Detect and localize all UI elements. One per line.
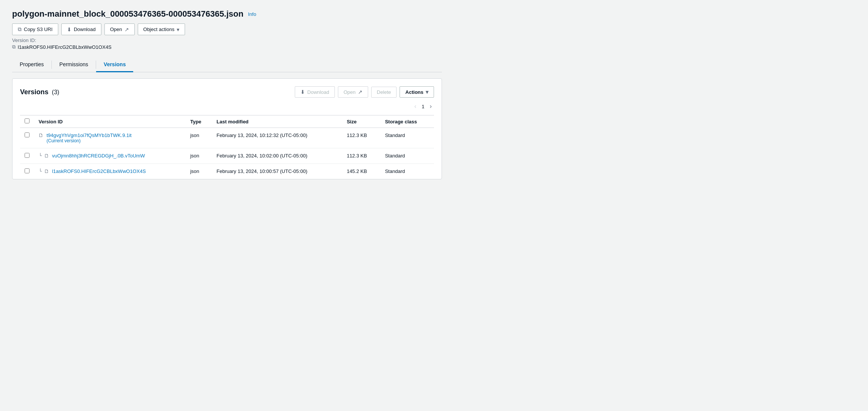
versions-panel: Versions (3) ⬇ Download Open ↗ Delete Ac… (12, 78, 442, 179)
row-3-checkbox[interactable] (25, 168, 30, 173)
row-last-modified-cell: February 13, 2024, 10:00:57 (UTC-05:00) (212, 164, 342, 179)
version-id-label: Version ID: (12, 37, 36, 43)
row-version-id-cell: 🗋t94gvgYhVgm1oi7fQsMYb1bTWK.9.1it(Curren… (34, 128, 186, 148)
versions-table: Version ID Type Last modified Size Stora… (20, 115, 434, 179)
row-type-cell: json (186, 148, 212, 164)
table-row: └🗋vuOjmn8hhj3hRCREGDGjH_.0B.vToUmWjsonFe… (20, 148, 434, 164)
page-title: polygon-mainnet_block_000053476365-00005… (12, 9, 243, 19)
chevron-left-icon: ‹ (414, 103, 416, 109)
panel-open-label: Open (344, 89, 356, 95)
indent-marker-icon: └ (39, 168, 42, 174)
panel-title-group: Versions (3) (20, 88, 59, 96)
pagination-current-page: 1 (422, 104, 424, 109)
row-last-modified-cell: February 13, 2024, 10:02:00 (UTC-05:00) (212, 148, 342, 164)
versions-title: Versions (20, 88, 48, 96)
panel-toolbar: ⬇ Download Open ↗ Delete Actions ▾ (295, 86, 434, 98)
version-id-section: Version ID: ⧉ l1askROFS0.HIFErcG2CBLbxWw… (12, 37, 442, 50)
page-title-row: polygon-mainnet_block_000053476365-00005… (12, 9, 442, 19)
indent-marker-icon: └ (39, 153, 42, 158)
copy-s3-uri-button[interactable]: ⧉ Copy S3 URI (12, 23, 58, 35)
chevron-right-icon: › (430, 103, 432, 109)
file-icon: 🗋 (44, 168, 49, 174)
download-icon: ⬇ (67, 26, 72, 33)
row-checkbox-cell (20, 164, 34, 179)
info-badge[interactable]: Info (248, 11, 256, 17)
panel-title: Versions (3) (20, 88, 59, 96)
panel-download-label: Download (307, 89, 329, 95)
copy-icon: ⧉ (18, 26, 22, 33)
tab-properties[interactable]: Properties (12, 58, 51, 72)
toolbar: ⧉ Copy S3 URI ⬇ Download Open ↗ Object a… (12, 23, 442, 35)
row-1-checkbox[interactable] (25, 132, 30, 137)
panel-download-icon: ⬇ (300, 89, 305, 95)
current-version-badge: (Current version) (47, 138, 132, 143)
panel-delete-button[interactable]: Delete (371, 87, 397, 98)
col-last-modified: Last modified (212, 115, 342, 128)
col-size: Size (342, 115, 380, 128)
row-storage-class-cell: Standard (380, 164, 434, 179)
row-last-modified-cell: February 13, 2024, 10:12:32 (UTC-05:00) (212, 128, 342, 148)
row-size-cell: 145.2 KB (342, 164, 380, 179)
panel-actions-button[interactable]: Actions ▾ (400, 86, 434, 98)
panel-download-button[interactable]: ⬇ Download (295, 86, 335, 98)
col-version-id: Version ID (34, 115, 186, 128)
row-type-cell: json (186, 164, 212, 179)
version-id-copy-icon[interactable]: ⧉ (12, 44, 16, 50)
tab-permissions[interactable]: Permissions (52, 58, 96, 72)
open-button[interactable]: Open ↗ (104, 23, 135, 35)
file-icon: 🗋 (39, 132, 44, 138)
object-actions-label: Object actions (143, 26, 174, 32)
object-actions-button[interactable]: Object actions ▾ (138, 23, 185, 35)
download-label: Download (74, 26, 96, 32)
download-button[interactable]: ⬇ Download (61, 23, 101, 35)
col-type: Type (186, 115, 212, 128)
panel-open-button[interactable]: Open ↗ (338, 86, 368, 98)
row-checkbox-cell (20, 148, 34, 164)
pagination-row: ‹ 1 › (20, 102, 434, 111)
row-checkbox-cell (20, 128, 34, 148)
select-all-checkbox[interactable] (25, 118, 30, 123)
chevron-down-icon: ▾ (177, 26, 179, 33)
pagination-prev-button[interactable]: ‹ (412, 102, 418, 111)
row-version-id-cell: └🗋l1askROFS0.HIFErcG2CBLbxWwO1OX4S (34, 164, 186, 179)
panel-delete-label: Delete (377, 89, 391, 95)
panel-chevron-down-icon: ▾ (426, 89, 428, 95)
col-storage-class: Storage class (380, 115, 434, 128)
version-id-value: l1askROFS0.HIFErcG2CBLbxWwO1OX4S (18, 44, 112, 50)
version-id-link-1[interactable]: t94gvgYhVgm1oi7fQsMYb1bTWK.9.1it (47, 132, 132, 138)
panel-actions-label: Actions (405, 89, 423, 95)
table-row: └🗋l1askROFS0.HIFErcG2CBLbxWwO1OX4SjsonFe… (20, 164, 434, 179)
copy-s3-uri-label: Copy S3 URI (24, 26, 53, 32)
row-size-cell: 112.3 KB (342, 148, 380, 164)
panel-open-external-icon: ↗ (358, 89, 362, 95)
open-label: Open (110, 26, 122, 32)
row-storage-class-cell: Standard (380, 128, 434, 148)
version-id-link-3[interactable]: l1askROFS0.HIFErcG2CBLbxWwO1OX4S (52, 168, 146, 174)
row-2-checkbox[interactable] (25, 153, 30, 158)
row-version-id-cell: └🗋vuOjmn8hhj3hRCREGDGjH_.0B.vToUmW (34, 148, 186, 164)
row-storage-class-cell: Standard (380, 148, 434, 164)
version-id-value-row: ⧉ l1askROFS0.HIFErcG2CBLbxWwO1OX4S (12, 44, 442, 50)
version-id-link-2[interactable]: vuOjmn8hhj3hRCREGDGjH_.0B.vToUmW (52, 153, 145, 159)
panel-header: Versions (3) ⬇ Download Open ↗ Delete Ac… (20, 86, 434, 98)
row-size-cell: 112.3 KB (342, 128, 380, 148)
col-checkbox (20, 115, 34, 128)
versions-count: (3) (52, 89, 59, 95)
pagination-next-button[interactable]: › (428, 102, 434, 111)
open-external-icon: ↗ (124, 26, 129, 33)
table-header-row: Version ID Type Last modified Size Stora… (20, 115, 434, 128)
table-row: 🗋t94gvgYhVgm1oi7fQsMYb1bTWK.9.1it(Curren… (20, 128, 434, 148)
tab-versions[interactable]: Versions (96, 58, 133, 72)
file-icon: 🗋 (44, 153, 49, 159)
row-type-cell: json (186, 128, 212, 148)
tabs-container: Properties Permissions Versions (12, 58, 442, 72)
